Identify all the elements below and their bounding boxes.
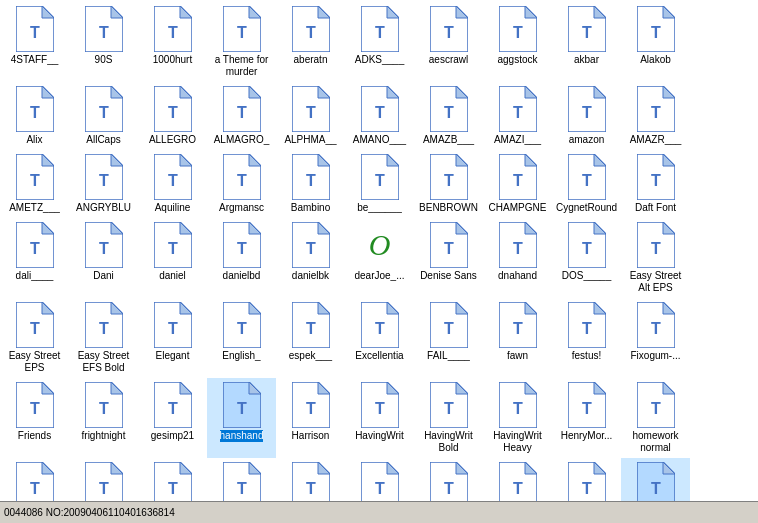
list-item[interactable]: T 1000hurt [138, 2, 207, 82]
list-item[interactable]: T Fixogum-... [621, 298, 690, 378]
list-item[interactable]: T aescrawl [414, 2, 483, 82]
icon-label: DOS_____ [562, 270, 611, 282]
svg-marker-160 [318, 382, 330, 394]
svg-text:T: T [651, 24, 661, 41]
list-item[interactable]: T gesimp21 [138, 378, 207, 458]
icon-label: fawn [507, 350, 528, 362]
svg-text:T: T [375, 320, 385, 337]
list-item[interactable]: T aggstock [483, 2, 552, 82]
svg-marker-130 [318, 302, 330, 314]
svg-marker-19 [456, 6, 468, 18]
list-item[interactable]: T 4STAFF__ [0, 2, 69, 82]
list-item[interactable]: T 90S [69, 2, 138, 82]
svg-text:T: T [375, 24, 385, 41]
file-icon: T [223, 154, 261, 200]
list-item[interactable]: T Easy Street EFS Bold [69, 298, 138, 378]
list-item[interactable]: T daniel [138, 218, 207, 298]
list-item[interactable]: T Aquiline [138, 150, 207, 218]
list-item[interactable]: T AMAZI___ [483, 82, 552, 150]
list-item[interactable]: T amazon [552, 82, 621, 150]
list-item[interactable]: T aberatn [276, 2, 345, 82]
file-icon: T [292, 222, 330, 268]
icon-label: AMETZ___ [9, 202, 60, 214]
icon-label: Excellentia [355, 350, 403, 362]
list-item[interactable]: T AllCaps [69, 82, 138, 150]
list-item[interactable]: T be______ [345, 150, 414, 218]
list-item[interactable]: T DOS_____ [552, 218, 621, 298]
list-item[interactable]: T HavingWrit Bold [414, 378, 483, 458]
list-item[interactable]: T Argmansc [207, 150, 276, 218]
svg-marker-106 [456, 222, 468, 234]
list-item[interactable]: T hanshand [207, 378, 276, 458]
svg-text:T: T [99, 24, 109, 41]
list-item[interactable]: T AMETZ___ [0, 150, 69, 218]
list-item[interactable]: T AMAZR___ [621, 82, 690, 150]
list-item[interactable]: T a Theme for murder [207, 2, 276, 82]
icon-label: hanshand [220, 430, 264, 442]
list-item[interactable]: T HavingWrit Heavy [483, 378, 552, 458]
file-icon: T [361, 86, 399, 132]
list-item[interactable]: T FAIL____ [414, 298, 483, 378]
svg-text:T: T [168, 24, 178, 41]
list-item[interactable]: T ALPHMA__ [276, 82, 345, 150]
list-item[interactable]: T BENBROWN [414, 150, 483, 218]
list-item[interactable]: T ALMAGRO_ [207, 82, 276, 150]
svg-marker-169 [525, 382, 537, 394]
list-item[interactable]: T Dani [69, 218, 138, 298]
list-item[interactable]: T Denise Sans [414, 218, 483, 298]
list-item[interactable]: T homework normal [621, 378, 690, 458]
svg-marker-88 [663, 154, 675, 166]
svg-marker-151 [111, 382, 123, 394]
icon-label: akbar [574, 54, 599, 66]
file-icon: T [568, 222, 606, 268]
list-item[interactable]: T Excellentia [345, 298, 414, 378]
file-icon: T [499, 382, 537, 428]
svg-marker-79 [456, 154, 468, 166]
list-item[interactable]: T ADKS____ [345, 2, 414, 82]
svg-marker-31 [42, 86, 54, 98]
list-item[interactable]: T Alakob [621, 2, 690, 82]
svg-marker-7 [180, 6, 192, 18]
list-item[interactable]: T HenryMor... [552, 378, 621, 458]
icon-label: frightnight [82, 430, 126, 442]
list-item[interactable]: T Easy Street EPS [0, 298, 69, 378]
list-item[interactable]: T fawn [483, 298, 552, 378]
list-item[interactable]: T Daft Font [621, 150, 690, 218]
list-item[interactable]: T AMANO___ [345, 82, 414, 150]
svg-marker-97 [180, 222, 192, 234]
list-item[interactable]: T Easy Street Alt EPS [621, 218, 690, 298]
file-icon: T [361, 302, 399, 348]
list-item [690, 150, 758, 218]
status-text: 0044086 NO:20090406110401636814 [4, 507, 754, 518]
svg-marker-100 [249, 222, 261, 234]
svg-marker-199 [525, 462, 537, 474]
list-item[interactable]: T Elegant [138, 298, 207, 378]
list-item[interactable]: T AMAZB___ [414, 82, 483, 150]
list-item[interactable]: T ALLEGRO [138, 82, 207, 150]
list-item[interactable]: T danielbk [276, 218, 345, 298]
list-item[interactable]: T frightnight [69, 378, 138, 458]
icon-label: Dani [93, 270, 114, 282]
file-icon: T [568, 382, 606, 428]
list-item[interactable]: T Friends [0, 378, 69, 458]
list-item[interactable]: T dnahand [483, 218, 552, 298]
svg-marker-184 [180, 462, 192, 474]
list-item[interactable]: T Harrison [276, 378, 345, 458]
list-item[interactable]: T festus! [552, 298, 621, 378]
list-item[interactable]: T HavingWrit [345, 378, 414, 458]
svg-text:T: T [651, 172, 661, 189]
list-item[interactable]: T English_ [207, 298, 276, 378]
list-item[interactable]: T ANGRYBLU [69, 150, 138, 218]
svg-marker-10 [249, 6, 261, 18]
list-item[interactable]: T Bambino [276, 150, 345, 218]
list-item[interactable]: T dali____ [0, 218, 69, 298]
list-item[interactable]: T danielbd [207, 218, 276, 298]
list-item[interactable]: OdearJoe_... [345, 218, 414, 298]
list-item[interactable]: T espek___ [276, 298, 345, 378]
svg-text:T: T [375, 400, 385, 417]
list-item[interactable]: T CygnetRound [552, 150, 621, 218]
svg-text:T: T [99, 172, 109, 189]
list-item[interactable]: T CHAMPGNE [483, 150, 552, 218]
list-item[interactable]: T Alix [0, 82, 69, 150]
list-item[interactable]: T akbar [552, 2, 621, 82]
